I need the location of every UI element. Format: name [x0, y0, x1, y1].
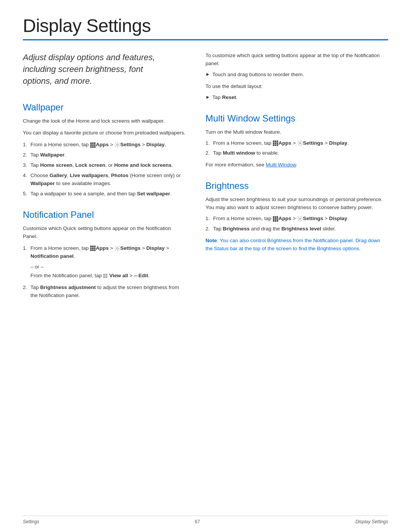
- step-num-4: 4.: [23, 172, 27, 180]
- intro-text: Adjust display options and features, inc…: [23, 52, 167, 87]
- brightness-step1: 1. From a Home screen, tap Apps > Settin…: [206, 215, 388, 223]
- settings-icon-1: [115, 142, 120, 148]
- viewall-grid-icon: [103, 274, 107, 278]
- page-footer: Settings 67 Display Settings: [23, 516, 388, 524]
- mw-step-num-1: 1.: [206, 139, 210, 147]
- notification-section-title: Notification Panel: [23, 209, 186, 220]
- step-num-2: 2.: [23, 151, 27, 159]
- step-num-3: 3.: [23, 161, 27, 169]
- notif-step1-apps: Apps: [96, 245, 109, 251]
- wallpaper-step2-text: Tap Wallpaper.: [30, 152, 66, 158]
- notif-bullet1: ► Touch and drag buttons to reorder them…: [206, 71, 388, 79]
- settings-icon-3: [297, 140, 303, 146]
- or-divider: – or –: [30, 264, 186, 270]
- notification-step1: 1. From a Home screen, tap Apps > Settin…: [23, 244, 186, 260]
- wallpaper-section-title: Wallpaper: [23, 102, 186, 113]
- arrow-icon-2: ►: [206, 94, 210, 101]
- step-num-5: 5.: [23, 190, 27, 198]
- right-column-inner: To customize which quick setting buttons…: [206, 52, 388, 253]
- brightness-section-title: Brightness: [206, 181, 388, 191]
- brightness-step1-text: From a Home screen, tap Apps > Settings …: [213, 216, 349, 221]
- footer-right: Display Settings: [355, 519, 388, 524]
- multiwindow-link[interactable]: Multi Window: [266, 162, 296, 168]
- svg-point-1: [116, 248, 118, 249]
- left-column: Adjust display options and features, inc…: [23, 52, 186, 304]
- title-rule: [23, 39, 388, 40]
- notif-viewall: View all: [109, 273, 128, 278]
- mw-step1-settings: Settings: [303, 140, 323, 146]
- wallpaper-step1-text: From a Home screen, tap Apps > Settings …: [30, 142, 166, 147]
- notif-bullet2: ► Tap Reset.: [206, 94, 388, 102]
- wallpaper-step1-display: Display: [147, 142, 165, 147]
- brightness-step2-text: Tap Brightness and drag the Brightness l…: [213, 226, 336, 232]
- wallpaper-step1-apps: Apps: [96, 142, 109, 147]
- wallpaper-step4-photos: Photos: [111, 173, 129, 178]
- wallpaper-step3-lock: Lock screen: [75, 162, 105, 168]
- br-step-num-1: 1.: [206, 215, 210, 223]
- brightness-note: Note: You can also control Brightness fr…: [206, 237, 388, 253]
- mw-apps-icon: [273, 141, 278, 146]
- brightness-step2: 2. Tap Brightness and drag the Brightnes…: [206, 225, 388, 233]
- wallpaper-step4-live: Live wallpapers: [70, 173, 108, 178]
- step-num-1: 1.: [23, 141, 27, 149]
- mw-step-num-2: 2.: [206, 149, 210, 157]
- wallpaper-step4-gallery: Gallery: [49, 173, 67, 178]
- two-column-layout: Adjust display options and features, inc…: [23, 52, 388, 304]
- footer-left: Settings: [23, 519, 39, 524]
- notif-reset-bold: Reset: [222, 94, 236, 100]
- svg-point-2: [299, 142, 301, 144]
- br-step2-bold2: Brightness level: [281, 226, 321, 232]
- notification-step2: 2. Tap Brightness adjustment to adjust t…: [23, 284, 186, 300]
- notif-right-body2: To use the default layout:: [206, 83, 388, 91]
- mw-step1-apps: Apps: [279, 140, 292, 146]
- wallpaper-step3-home: Home screen: [40, 162, 73, 168]
- wallpaper-step3-both: Home and lock screens: [114, 162, 172, 168]
- multiwindow-more-info: For more information, see Multi Window.: [206, 161, 388, 169]
- right-column: To customize which quick setting buttons…: [206, 52, 388, 304]
- wallpaper-step5: 5. Tap a wallpaper to see a sample, and …: [23, 190, 186, 198]
- br-apps-icon: [273, 216, 278, 222]
- notif-step1-display: Display: [147, 245, 165, 251]
- notification-step1-text: From a Home screen, tap Apps > Settings …: [30, 245, 169, 259]
- note-label: Note: [206, 238, 217, 243]
- wallpaper-step4-text: Choose Gallery, Live wallpapers, Photos …: [30, 173, 181, 186]
- multiwindow-steps: 1. From a Home screen, tap Apps > Settin…: [206, 139, 388, 158]
- note-text: : You can also control Brightness from t…: [206, 238, 380, 251]
- notif-edit: Edit: [139, 273, 148, 278]
- mw-step2-bold: Multi window: [223, 150, 255, 156]
- brightness-body1: Adjust the screen brightness to suit you…: [206, 196, 388, 212]
- br-step1-display: Display: [329, 216, 347, 221]
- multiwindow-step1-text: From a Home screen, tap Apps > Settings …: [213, 140, 349, 146]
- brightness-steps: 1. From a Home screen, tap Apps > Settin…: [206, 215, 388, 233]
- apps-grid-icon1: [90, 142, 96, 148]
- settings-icon-2: [115, 246, 120, 251]
- footer-page-number: 67: [195, 519, 200, 524]
- wallpaper-step2: 2. Tap Wallpaper.: [23, 151, 186, 159]
- notification-steps: 1. From a Home screen, tap Apps > Settin…: [23, 244, 186, 260]
- notification-step1b: From the Notification panel, tap View al…: [23, 272, 186, 280]
- wallpaper-step3-text: Tap Home screen, Lock screen, or Home an…: [30, 162, 173, 168]
- svg-point-3: [299, 218, 301, 220]
- wallpaper-step4-wallpaper: Wallpaper: [30, 181, 55, 186]
- wallpaper-step1: 1. From a Home screen, tap Apps > Settin…: [23, 141, 186, 149]
- wallpaper-step2-bold: Wallpaper: [40, 152, 65, 158]
- notif-bullet2-text: Tap Reset.: [212, 94, 237, 102]
- wallpaper-step3: 3. Tap Home screen, Lock screen, or Home…: [23, 161, 186, 169]
- multiwindow-step1: 1. From a Home screen, tap Apps > Settin…: [206, 139, 388, 147]
- arrow-icon-1: ►: [206, 71, 210, 78]
- edit-pencil-icon: ✏: [134, 273, 138, 279]
- wallpaper-steps: 1. From a Home screen, tap Apps > Settin…: [23, 141, 186, 198]
- br-step1-apps: Apps: [279, 216, 292, 221]
- multiwindow-step2: 2. Tap Multi window to enable.: [206, 149, 388, 157]
- multiwindow-step2-text: Tap Multi window to enable.: [213, 150, 279, 156]
- multiwindow-section-title: Multi Window Settings: [206, 113, 388, 124]
- br-step2-bold1: Brightness: [223, 226, 250, 232]
- settings-icon-4: [297, 216, 303, 222]
- notif-step-num-2: 2.: [23, 284, 27, 292]
- wallpaper-body2: You can display a favorite picture or ch…: [23, 129, 186, 137]
- notification-body1: Customize which Quick setting buttons ap…: [23, 225, 186, 241]
- wallpaper-step4: 4. Choose Gallery, Live wallpapers, Phot…: [23, 172, 186, 188]
- notif-step1-panel: Notification panel: [30, 253, 73, 259]
- svg-point-0: [116, 144, 118, 146]
- notification-steps-2: 2. Tap Brightness adjustment to adjust t…: [23, 284, 186, 300]
